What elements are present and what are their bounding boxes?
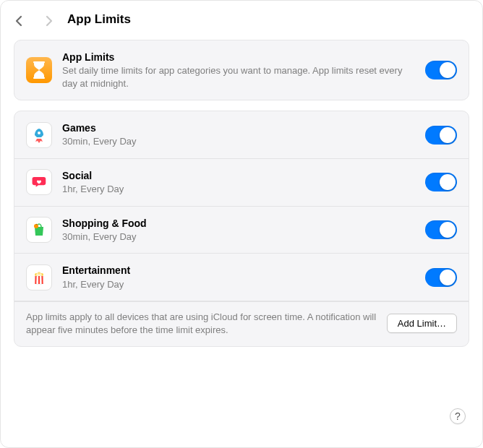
category-detail: 1hr, Every Day [62,183,415,196]
svg-rect-4 [35,276,36,284]
footer-note: App limits apply to all devices that are… [26,311,377,336]
category-name: Social [62,169,415,182]
svg-rect-5 [38,276,40,284]
popcorn-icon [26,264,52,290]
category-toggle-games[interactable] [425,126,457,145]
category-toggle-entertainment[interactable] [425,268,457,287]
heart-bubble-icon [26,169,52,195]
category-row-shopping[interactable]: Shopping & Food 30min, Every Day [14,207,469,254]
rocket-icon [26,122,52,148]
nav-arrows [15,15,53,24]
category-name: Entertainment [62,264,415,277]
svg-point-11 [39,274,42,277]
help-button[interactable]: ? [450,408,466,424]
category-row-games[interactable]: Games 30min, Every Day [14,111,469,159]
back-button[interactable] [15,15,24,24]
app-limits-master-toggle[interactable] [425,61,457,79]
svg-point-3 [34,224,38,228]
hourglass-icon [26,57,52,83]
svg-point-2 [38,132,40,134]
add-limit-button[interactable]: Add Limit… [387,314,457,333]
category-detail: 30min, Every Day [62,231,415,244]
app-limits-window: App Limits App Limits Set daily time lim… [0,0,483,448]
category-name: Shopping & Food [62,217,415,230]
page-title: App Limits [67,12,131,27]
forward-button[interactable] [44,15,53,24]
chevron-right-icon [44,15,53,27]
list-footer: App limits apply to all devices that are… [14,301,469,346]
content-area: App Limits Set daily time limits for app… [1,34,482,360]
svg-rect-6 [41,276,43,284]
summary-title: App Limits [62,51,415,64]
category-list: Games 30min, Every Day Social 1hr, Every… [14,111,469,347]
summary-description: Set daily time limits for app categories… [62,64,415,90]
svg-rect-0 [33,61,45,63]
chevron-left-icon [15,15,24,27]
svg-point-10 [36,274,39,277]
header-bar: App Limits [1,1,482,34]
category-detail: 30min, Every Day [62,135,415,148]
category-row-social[interactable]: Social 1hr, Every Day [14,159,469,207]
app-limits-summary-card: App Limits Set daily time limits for app… [14,40,469,100]
svg-rect-1 [33,77,45,79]
shopping-bag-icon [26,217,52,243]
category-name: Games [62,121,415,134]
category-detail: 1hr, Every Day [62,278,415,291]
category-toggle-shopping[interactable] [425,220,457,239]
category-row-entertainment[interactable]: Entertainment 1hr, Every Day [14,254,469,301]
category-toggle-social[interactable] [425,173,457,191]
